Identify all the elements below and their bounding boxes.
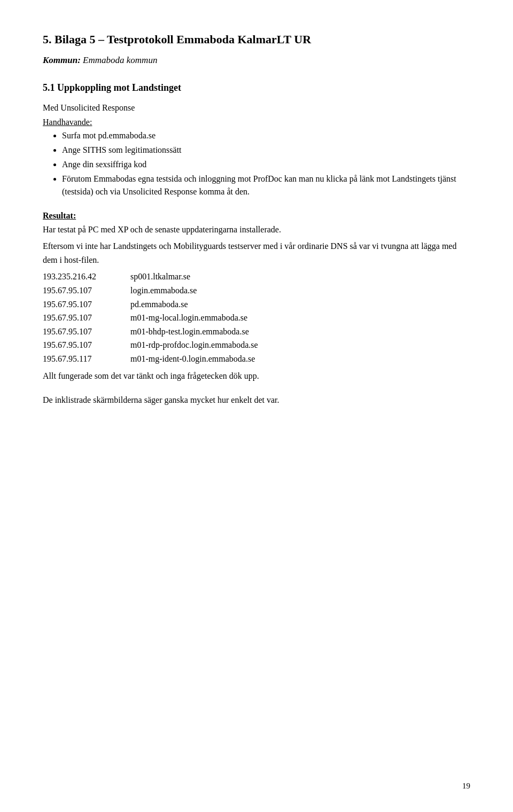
dns-table: 193.235.216.42 sp001.ltkalmar.se 195.67.… [43,270,470,365]
bullet-list: Surfa mot pd.emmaboda.se Ange SITHS som … [62,129,470,198]
result-block: Resultat: Har testat på PC med XP och de… [43,211,470,383]
dns-ip: 195.67.95.107 [43,298,128,311]
list-item: Surfa mot pd.emmaboda.se [62,129,470,142]
result-label: Resultat: [43,211,76,220]
dns-row: 195.67.95.107 m01-rdp-profdoc.login.emma… [43,338,470,352]
result-text-1: Har testat på PC med XP och de senaste u… [43,223,470,237]
dns-row: 195.67.95.107 pd.emmaboda.se [43,298,470,311]
list-item: Ange din sexsiffriga kod [62,158,470,171]
section-title: 5. Bilaga 5 – Testprotokoll Emmaboda Kal… [43,32,470,48]
dns-ip: 195.67.95.107 [43,284,128,298]
subsection-number: 5.1 [43,82,55,93]
dns-row: 195.67.95.117 m01-mg-ident-0.login.emmab… [43,352,470,366]
handhavande-label: Handhavande: [43,118,92,127]
dns-row: 195.67.95.107 login.emmaboda.se [43,284,470,298]
dns-host: pd.emmaboda.se [130,300,188,309]
kommun-value: Emmaboda kommun [83,55,157,65]
kommun-label: Kommun: [43,55,81,65]
result-label-line: Resultat: [43,211,470,221]
list-item: Ange SITHS som legitimationssätt [62,144,470,157]
dns-ip: 195.67.95.107 [43,325,128,339]
dns-row: 195.67.95.107 m01-bhdp-test.login.emmabo… [43,325,470,339]
page-number: 19 [462,782,470,791]
dns-host: m01-rdp-profdoc.login.emmaboda.se [130,340,258,349]
subsection-title: 5.1 Uppkoppling mot Landstinget [43,81,470,95]
dns-host: m01-mg-local.login.emmaboda.se [130,313,247,322]
subsection-title-text: Uppkoppling mot Landstinget [57,82,181,93]
dns-ip: 193.235.216.42 [43,270,128,284]
section-title-text: Bilaga 5 – Testprotokoll Emmaboda Kalmar… [55,33,311,46]
dns-ip: 195.67.95.107 [43,311,128,325]
handhavande-block: Handhavande: [43,118,470,127]
dns-host: m01-bhdp-test.login.emmaboda.se [130,327,249,336]
dns-ip: 195.67.95.117 [43,352,128,366]
result-text-2: Eftersom vi inte har Landstingets och Mo… [43,239,470,267]
list-item: Förutom Emmabodas egna testsida och inlo… [62,173,470,198]
dns-row: 195.67.95.107 m01-mg-local.login.emmabod… [43,311,470,325]
med-unsolicited-text: Med Unsolicited Response [43,103,135,112]
dns-host: m01-mg-ident-0.login.emmaboda.se [130,354,255,363]
dns-ip: 195.67.95.107 [43,338,128,352]
dns-host: sp001.ltkalmar.se [130,272,190,281]
section-number: 5. [43,33,52,46]
dns-row: 193.235.216.42 sp001.ltkalmar.se [43,270,470,284]
handhavande-value: Surfa mot pd.emmaboda.se [62,131,156,140]
result-text-3: Allt fungerade som det var tänkt och ing… [43,369,470,383]
dns-host: login.emmaboda.se [130,286,197,295]
final-text: De inklistrade skärmbilderna säger gansk… [43,393,470,407]
med-unsolicited: Med Unsolicited Response [43,102,470,114]
kommun-line: Kommun: Emmaboda kommun [43,54,470,67]
